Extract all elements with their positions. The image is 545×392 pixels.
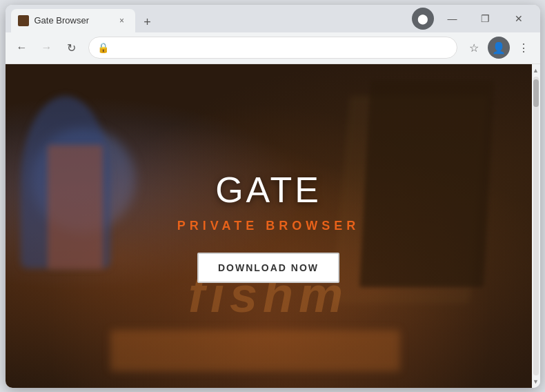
menu-button[interactable]: ⋮	[513, 37, 535, 59]
scroll-down-arrow[interactable]: ▼	[532, 377, 540, 386]
scrollbar-thumb[interactable]	[533, 79, 539, 107]
webpage: fishm GATE PRIVATE BROWSER DOWNLOAD NOW	[6, 64, 532, 388]
scrollbar-track[interactable]	[533, 77, 539, 375]
address-bar[interactable]: 🔒	[88, 37, 457, 59]
bookmark-button[interactable]: ☆	[463, 37, 485, 59]
minimize-button[interactable]: —	[437, 8, 468, 30]
tab-strip: Gate Browser × +	[11, 5, 412, 32]
window-controls: — ❐ ✕	[437, 8, 535, 30]
extension-icon: ⬤	[417, 13, 428, 24]
tab-title: Gate Browser	[34, 15, 110, 26]
reload-button[interactable]: ↻	[61, 37, 83, 59]
tab-close-button[interactable]: ×	[116, 14, 128, 27]
nav-bar: ← → ↻ 🔒 ☆ 👤 ⋮	[6, 32, 540, 64]
hero-subtitle: PRIVATE BROWSER	[177, 219, 359, 233]
bg-bottom-glow	[110, 330, 400, 371]
bg-silhouette	[48, 145, 103, 269]
hero-content: GATE PRIVATE BROWSER DOWNLOAD NOW	[177, 169, 359, 283]
hero-title: GATE	[215, 169, 321, 210]
back-button[interactable]: ←	[11, 37, 33, 59]
active-tab[interactable]: Gate Browser ×	[11, 9, 135, 32]
download-button[interactable]: DOWNLOAD NOW	[197, 253, 339, 283]
scrollbar: ▲ ▼	[532, 64, 540, 388]
forward-button[interactable]: →	[36, 37, 58, 59]
profile-icon: 👤	[492, 41, 506, 55]
hero-section: fishm GATE PRIVATE BROWSER DOWNLOAD NOW	[6, 64, 532, 388]
maximize-button[interactable]: ❐	[470, 8, 502, 30]
page-content: fishm GATE PRIVATE BROWSER DOWNLOAD NOW …	[6, 64, 540, 388]
tab-favicon	[18, 15, 29, 26]
title-bar: Gate Browser × + ⬤ — ❐ ✕	[6, 5, 540, 32]
browser-window: Gate Browser × + ⬤ — ❐ ✕ ← → ↻ 🔒 ☆ 👤 ⋮	[6, 5, 540, 388]
new-tab-button[interactable]: +	[138, 13, 157, 32]
extension-button[interactable]: ⬤	[412, 8, 434, 30]
lock-icon: 🔒	[97, 42, 109, 53]
close-button[interactable]: ✕	[503, 8, 535, 30]
profile-button[interactable]: 👤	[488, 37, 510, 59]
scroll-up-arrow[interactable]: ▲	[532, 66, 540, 75]
bg-equipment-right	[360, 80, 495, 287]
